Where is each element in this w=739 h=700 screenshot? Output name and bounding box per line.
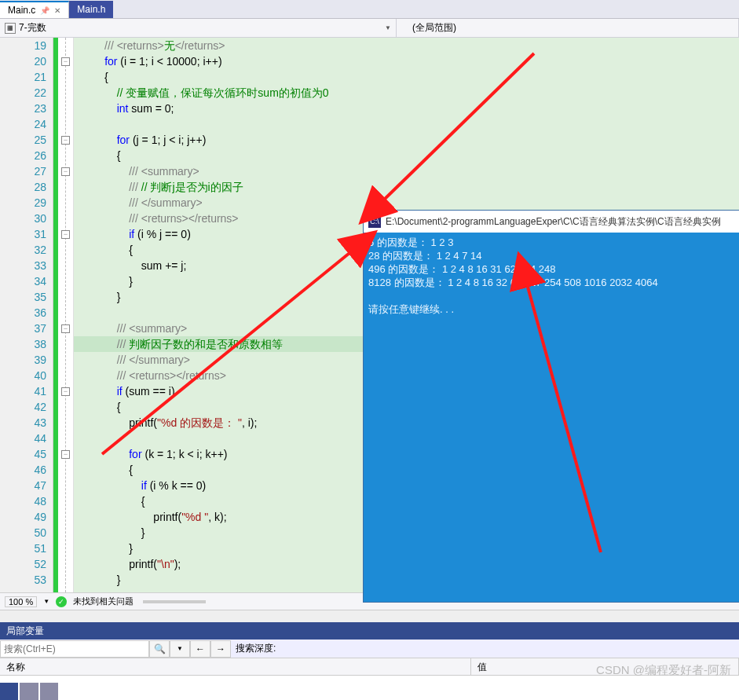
nav-dropdown-bar: ▦ 7-完数 ▼ (全局范围) <box>0 19 739 38</box>
search-button[interactable]: 🔍 <box>149 640 170 658</box>
scope-label: (全局范围) <box>412 21 456 35</box>
nav-fwd-button[interactable]: → <box>210 640 231 658</box>
code-line[interactable]: { <box>74 148 739 163</box>
locals-panel-header[interactable]: 局部变量 <box>0 622 739 640</box>
tab-main-c[interactable]: Main.c 📌 ✕ <box>0 1 69 18</box>
search-icon: 🔍 <box>154 643 166 654</box>
code-line[interactable]: // 变量赋值，保证每次循环时sum的初值为0 <box>74 85 739 101</box>
scope-dropdown-left[interactable]: ▦ 7-完数 ▼ <box>0 19 397 37</box>
chevron-down-icon[interactable]: ▼ <box>43 598 49 605</box>
scope-label: 7-完数 <box>19 21 46 35</box>
check-icon: ✓ <box>56 596 67 607</box>
watermark: CSDN @编程爱好者-阿新 <box>596 663 731 678</box>
code-editor[interactable]: 1920212223242526272829303132333435363738… <box>0 38 739 592</box>
bottom-tab[interactable] <box>0 683 18 700</box>
issues-text: 未找到相关问题 <box>73 596 134 607</box>
console-icon: C:\ <box>368 215 381 228</box>
pin-icon[interactable]: 📌 <box>40 6 49 15</box>
bottom-tab[interactable] <box>40 683 58 700</box>
nav-back-button[interactable]: ← <box>190 640 210 658</box>
file-tabs: Main.c 📌 ✕ Main.h <box>0 0 739 19</box>
chevron-down-icon: ▼ <box>385 24 391 31</box>
bottom-tab-strip <box>0 683 60 700</box>
scope-dropdown-right[interactable]: (全局范围) <box>397 19 739 37</box>
console-titlebar[interactable]: C:\ E:\Document\2-programmLanguageExper\… <box>364 211 739 233</box>
code-line[interactable]: /// <summary> <box>74 163 739 179</box>
fold-column[interactable]: −−−−−−− <box>58 38 74 592</box>
console-title-text: E:\Document\2-programmLanguageExper\C\C语… <box>386 215 721 229</box>
code-line[interactable] <box>74 116 739 132</box>
horizontal-scrollbar[interactable] <box>0 610 739 622</box>
code-line[interactable]: /// </summary> <box>74 195 739 211</box>
dropdown-button[interactable]: ▼ <box>170 640 190 658</box>
code-line[interactable]: for (j = 1; j < i; j++) <box>74 132 739 148</box>
close-icon[interactable]: ✕ <box>54 6 60 15</box>
locals-body <box>0 676 739 691</box>
line-number-gutter: 1920212223242526272829303132333435363738… <box>0 38 53 592</box>
depth-label: 搜索深度: <box>231 642 280 655</box>
console-window[interactable]: C:\ E:\Document\2-programmLanguageExper\… <box>364 211 739 602</box>
code-line[interactable]: for (i = 1; i < 10000; i++) <box>74 53 739 69</box>
code-line[interactable]: { <box>74 69 739 85</box>
locals-search-row: 🔍 ▼ ← → 搜索深度: <box>0 640 739 658</box>
tab-label: Main.h <box>77 4 105 15</box>
col-name[interactable]: 名称 <box>0 658 471 675</box>
zoom-level[interactable]: 100 % <box>5 596 37 607</box>
locals-title: 局部变量 <box>6 625 44 638</box>
zoom-slider[interactable] <box>143 600 206 603</box>
search-input[interactable] <box>0 640 149 658</box>
code-line[interactable]: /// <returns>无</returns> <box>74 38 739 53</box>
code-line[interactable]: /// // 判断j是否为i的因子 <box>74 179 739 195</box>
tab-label: Main.c <box>8 5 35 16</box>
tab-main-h[interactable]: Main.h <box>69 1 113 18</box>
code-line[interactable]: int sum = 0; <box>74 101 739 116</box>
console-output: 6 的因数是： 1 2 3 28 的因数是： 1 2 4 7 14 496 的因… <box>364 233 739 319</box>
bottom-tab[interactable] <box>20 683 38 700</box>
module-icon: ▦ <box>5 23 16 34</box>
